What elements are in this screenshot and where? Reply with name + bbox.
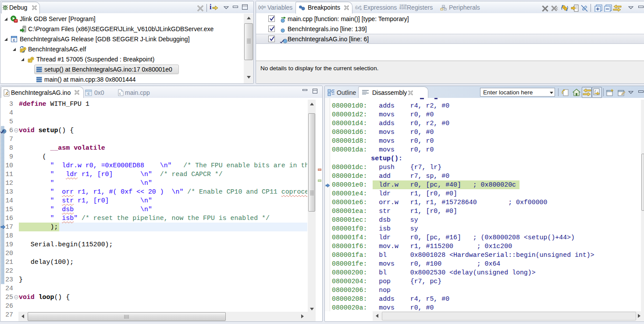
svg-text:6x: 6x [355,5,360,10]
svg-text:c: c [87,91,89,96]
svg-text:.c: .c [5,91,9,96]
svg-text:c: c [13,38,15,42]
svg-text:c: c [119,91,121,96]
